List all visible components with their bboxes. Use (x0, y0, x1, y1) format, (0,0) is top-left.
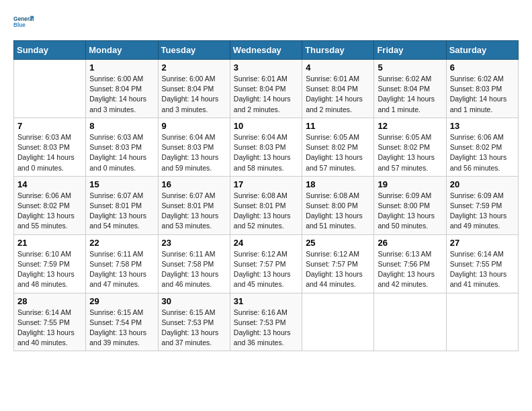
calendar-cell: 26Sunrise: 6:13 AM Sunset: 7:56 PM Dayli… (374, 234, 446, 293)
calendar-cell: 4Sunrise: 6:01 AM Sunset: 8:04 PM Daylig… (302, 60, 374, 118)
weekday-header: Sunday (14, 41, 86, 60)
calendar-cell: 17Sunrise: 6:08 AM Sunset: 8:01 PM Dayli… (230, 176, 302, 234)
day-info: Sunrise: 6:05 AM Sunset: 8:02 PM Dayligh… (306, 132, 370, 173)
day-info: Sunrise: 6:03 AM Sunset: 8:03 PM Dayligh… (17, 132, 82, 173)
day-number: 7 (17, 121, 82, 131)
calendar-cell: 5Sunrise: 6:02 AM Sunset: 8:04 PM Daylig… (374, 60, 446, 118)
day-info: Sunrise: 6:11 AM Sunset: 7:58 PM Dayligh… (162, 249, 226, 290)
calendar-cell: 11Sunrise: 6:05 AM Sunset: 8:02 PM Dayli… (302, 118, 374, 176)
calendar-week-row: 7Sunrise: 6:03 AM Sunset: 8:03 PM Daylig… (14, 118, 519, 176)
calendar-cell: 30Sunrise: 6:15 AM Sunset: 7:53 PM Dayli… (158, 293, 230, 351)
calendar-cell: 20Sunrise: 6:09 AM Sunset: 7:59 PM Dayli… (446, 176, 518, 234)
day-number: 23 (162, 238, 226, 248)
day-number: 20 (450, 179, 515, 189)
header-row: SundayMondayTuesdayWednesdayThursdayFrid… (14, 41, 519, 60)
day-number: 5 (378, 62, 442, 73)
calendar-cell: 25Sunrise: 6:12 AM Sunset: 7:57 PM Dayli… (302, 234, 374, 293)
page-header: General Blue (13, 13, 519, 34)
calendar-cell: 19Sunrise: 6:09 AM Sunset: 8:00 PM Dayli… (374, 176, 446, 234)
day-info: Sunrise: 6:05 AM Sunset: 8:02 PM Dayligh… (378, 132, 442, 173)
calendar-cell: 2Sunrise: 6:00 AM Sunset: 8:04 PM Daylig… (158, 60, 230, 118)
calendar-cell: 9Sunrise: 6:04 AM Sunset: 8:03 PM Daylig… (158, 118, 230, 176)
day-info: Sunrise: 6:02 AM Sunset: 8:03 PM Dayligh… (450, 74, 515, 115)
calendar-cell: 15Sunrise: 6:07 AM Sunset: 8:01 PM Dayli… (86, 176, 158, 234)
day-number: 8 (89, 121, 154, 131)
calendar-cell: 18Sunrise: 6:08 AM Sunset: 8:00 PM Dayli… (302, 176, 374, 234)
logo: General Blue (13, 13, 34, 34)
calendar-cell: 14Sunrise: 6:06 AM Sunset: 8:02 PM Dayli… (14, 176, 86, 234)
weekday-header: Monday (86, 41, 158, 60)
calendar-cell: 27Sunrise: 6:14 AM Sunset: 7:55 PM Dayli… (446, 234, 518, 293)
calendar-week-row: 14Sunrise: 6:06 AM Sunset: 8:02 PM Dayli… (14, 176, 519, 234)
calendar-cell (374, 293, 446, 351)
day-info: Sunrise: 6:07 AM Sunset: 8:01 PM Dayligh… (162, 191, 226, 232)
day-number: 9 (162, 121, 226, 131)
calendar-cell: 29Sunrise: 6:15 AM Sunset: 7:54 PM Dayli… (86, 293, 158, 351)
day-number: 22 (89, 238, 154, 248)
day-number: 24 (234, 238, 298, 248)
calendar-cell: 7Sunrise: 6:03 AM Sunset: 8:03 PM Daylig… (14, 118, 86, 176)
day-number: 6 (450, 62, 515, 73)
calendar-cell: 6Sunrise: 6:02 AM Sunset: 8:03 PM Daylig… (446, 60, 518, 118)
day-info: Sunrise: 6:12 AM Sunset: 7:57 PM Dayligh… (234, 249, 298, 290)
day-info: Sunrise: 6:10 AM Sunset: 7:59 PM Dayligh… (17, 249, 82, 290)
day-number: 31 (234, 296, 298, 306)
day-number: 30 (162, 296, 226, 306)
day-info: Sunrise: 6:14 AM Sunset: 7:55 PM Dayligh… (450, 249, 515, 290)
day-number: 11 (306, 121, 370, 131)
day-number: 13 (450, 121, 515, 131)
calendar-week-row: 21Sunrise: 6:10 AM Sunset: 7:59 PM Dayli… (14, 234, 519, 293)
calendar-cell (14, 60, 86, 118)
weekday-header: Friday (374, 41, 446, 60)
weekday-header: Wednesday (230, 41, 302, 60)
day-info: Sunrise: 6:04 AM Sunset: 8:03 PM Dayligh… (162, 132, 226, 173)
calendar-cell: 10Sunrise: 6:04 AM Sunset: 8:03 PM Dayli… (230, 118, 302, 176)
day-info: Sunrise: 6:08 AM Sunset: 8:00 PM Dayligh… (306, 191, 370, 232)
calendar-cell: 24Sunrise: 6:12 AM Sunset: 7:57 PM Dayli… (230, 234, 302, 293)
day-info: Sunrise: 6:06 AM Sunset: 8:02 PM Dayligh… (17, 191, 82, 232)
calendar-cell: 1Sunrise: 6:00 AM Sunset: 8:04 PM Daylig… (86, 60, 158, 118)
day-number: 29 (89, 296, 154, 306)
day-info: Sunrise: 6:07 AM Sunset: 8:01 PM Dayligh… (89, 191, 154, 232)
calendar-cell: 13Sunrise: 6:06 AM Sunset: 8:02 PM Dayli… (446, 118, 518, 176)
day-number: 27 (450, 238, 515, 248)
day-number: 14 (17, 179, 82, 189)
logo-icon: General Blue (13, 13, 34, 34)
calendar-table: SundayMondayTuesdayWednesdayThursdayFrid… (13, 40, 519, 351)
day-number: 25 (306, 238, 370, 248)
day-info: Sunrise: 6:13 AM Sunset: 7:56 PM Dayligh… (378, 249, 442, 290)
day-number: 19 (378, 179, 442, 189)
day-info: Sunrise: 6:14 AM Sunset: 7:55 PM Dayligh… (17, 308, 82, 349)
day-number: 26 (378, 238, 442, 248)
calendar-cell: 3Sunrise: 6:01 AM Sunset: 8:04 PM Daylig… (230, 60, 302, 118)
day-info: Sunrise: 6:11 AM Sunset: 7:58 PM Dayligh… (89, 249, 154, 290)
calendar-cell: 23Sunrise: 6:11 AM Sunset: 7:58 PM Dayli… (158, 234, 230, 293)
weekday-header: Tuesday (158, 41, 230, 60)
weekday-header: Thursday (302, 41, 374, 60)
calendar-cell (446, 293, 518, 351)
day-info: Sunrise: 6:16 AM Sunset: 7:53 PM Dayligh… (234, 308, 298, 349)
day-number: 16 (162, 179, 226, 189)
weekday-header: Saturday (446, 41, 518, 60)
calendar-week-row: 1Sunrise: 6:00 AM Sunset: 8:04 PM Daylig… (14, 60, 519, 118)
day-info: Sunrise: 6:09 AM Sunset: 7:59 PM Dayligh… (450, 191, 515, 232)
day-number: 15 (89, 179, 154, 189)
day-info: Sunrise: 6:15 AM Sunset: 7:54 PM Dayligh… (89, 308, 154, 349)
day-info: Sunrise: 6:01 AM Sunset: 8:04 PM Dayligh… (234, 74, 298, 115)
day-number: 12 (378, 121, 442, 131)
calendar-cell: 31Sunrise: 6:16 AM Sunset: 7:53 PM Dayli… (230, 293, 302, 351)
calendar-cell: 16Sunrise: 6:07 AM Sunset: 8:01 PM Dayli… (158, 176, 230, 234)
svg-text:Blue: Blue (13, 22, 26, 28)
day-info: Sunrise: 6:01 AM Sunset: 8:04 PM Dayligh… (306, 74, 370, 115)
day-number: 4 (306, 62, 370, 73)
calendar-week-row: 28Sunrise: 6:14 AM Sunset: 7:55 PM Dayli… (14, 293, 519, 351)
day-info: Sunrise: 6:03 AM Sunset: 8:03 PM Dayligh… (89, 132, 154, 173)
calendar-cell (302, 293, 374, 351)
day-info: Sunrise: 6:15 AM Sunset: 7:53 PM Dayligh… (162, 308, 226, 349)
day-info: Sunrise: 6:04 AM Sunset: 8:03 PM Dayligh… (234, 132, 298, 173)
calendar-cell: 21Sunrise: 6:10 AM Sunset: 7:59 PM Dayli… (14, 234, 86, 293)
day-info: Sunrise: 6:09 AM Sunset: 8:00 PM Dayligh… (378, 191, 442, 232)
day-number: 28 (17, 296, 82, 306)
day-info: Sunrise: 6:08 AM Sunset: 8:01 PM Dayligh… (234, 191, 298, 232)
calendar-cell: 8Sunrise: 6:03 AM Sunset: 8:03 PM Daylig… (86, 118, 158, 176)
